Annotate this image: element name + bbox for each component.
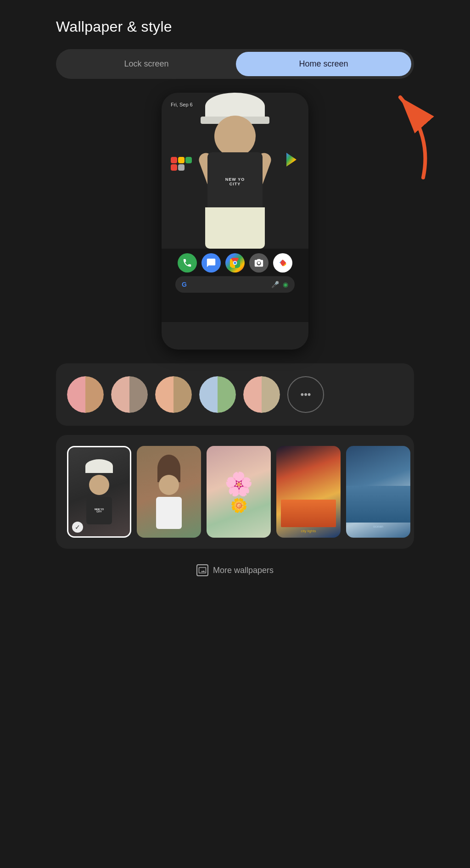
wallpaper-thumb-1[interactable]: NEW YOCITY ✓	[67, 446, 131, 538]
arrow-annotation	[368, 88, 442, 184]
dock-icon-chrome	[225, 253, 245, 273]
tab-switcher: Lock screen Home screen	[56, 49, 414, 79]
svg-point-2	[234, 262, 236, 264]
shorts-shape	[205, 207, 265, 249]
phone-frame: Fri, Sep 6 NEW YOCITY	[162, 93, 308, 350]
color-swatch-5[interactable]	[243, 376, 280, 413]
mini-icon-3	[185, 157, 192, 163]
dock-icons-row	[178, 253, 292, 273]
more-wallpapers-label: More wallpapers	[213, 566, 274, 575]
wallpaper-area: Fri, Sep 6 NEW YOCITY	[162, 93, 308, 249]
wallpaper-thumb-2[interactable]	[137, 446, 201, 538]
wallpaper-thumb-5[interactable]: ocean	[346, 446, 410, 538]
play-store-mini	[283, 151, 300, 168]
dock-icon-photos	[273, 253, 292, 273]
svg-rect-17	[243, 376, 262, 413]
mic-icon: 🎤	[271, 281, 279, 288]
wallpaper-thumb-3[interactable]: 🌸 🌼	[207, 446, 271, 538]
search-bar: G 🎤 ◉	[175, 276, 295, 293]
dock-icon-phone	[178, 253, 197, 273]
tab-lock-screen[interactable]: Lock screen	[59, 52, 234, 76]
more-wallpapers-icon	[196, 564, 208, 576]
svg-rect-14	[199, 376, 218, 413]
google-g: G	[182, 281, 187, 288]
shirt-body: NEW YOCITY	[207, 152, 263, 212]
svg-rect-11	[155, 376, 173, 413]
page-container: Wallpaper & style Lock screen Home scree…	[47, 0, 423, 868]
thumbnails-row: NEW YOCITY ✓ 🌸 🌼	[67, 446, 403, 538]
tab-home-screen[interactable]: Home screen	[236, 52, 411, 76]
mini-icon-2	[178, 157, 185, 163]
svg-rect-9	[129, 376, 148, 413]
wallpaper-thumb-4[interactable]: city lights	[276, 446, 341, 538]
svg-marker-0	[286, 153, 297, 167]
svg-rect-15	[218, 376, 236, 413]
shirt-text: NEW YOCITY	[225, 178, 245, 187]
color-palette-section: •••	[56, 363, 414, 426]
mini-icon-4	[171, 164, 177, 171]
color-swatch-3[interactable]	[155, 376, 192, 413]
phone-preview-wrapper: Fri, Sep 6 NEW YOCITY	[56, 93, 414, 350]
mini-icons-cluster	[171, 157, 192, 171]
more-colors-button[interactable]: •••	[287, 376, 324, 413]
svg-rect-5	[67, 376, 85, 413]
wallpaper-thumbnails-section: NEW YOCITY ✓ 🌸 🌼	[56, 435, 414, 549]
page-title: Wallpaper & style	[56, 18, 414, 35]
dock-icon-camera	[249, 253, 269, 273]
svg-rect-6	[85, 376, 104, 413]
more-wallpapers-button[interactable]: More wallpapers	[56, 560, 414, 581]
dock-icon-messages	[201, 253, 221, 273]
selected-check: ✓	[72, 522, 83, 533]
svg-rect-18	[262, 376, 280, 413]
mini-icon-1	[171, 157, 177, 163]
phone-dock: G 🎤 ◉	[162, 249, 308, 322]
color-swatch-1[interactable]	[67, 376, 104, 413]
child-figure: NEW YOCITY	[189, 93, 281, 249]
color-swatch-4[interactable]	[199, 376, 236, 413]
mini-icon-5	[178, 164, 185, 171]
svg-rect-12	[173, 376, 192, 413]
color-swatch-2[interactable]	[111, 376, 148, 413]
lens-icon: ◉	[283, 281, 288, 288]
svg-rect-8	[111, 376, 129, 413]
head-shape	[214, 116, 256, 157]
